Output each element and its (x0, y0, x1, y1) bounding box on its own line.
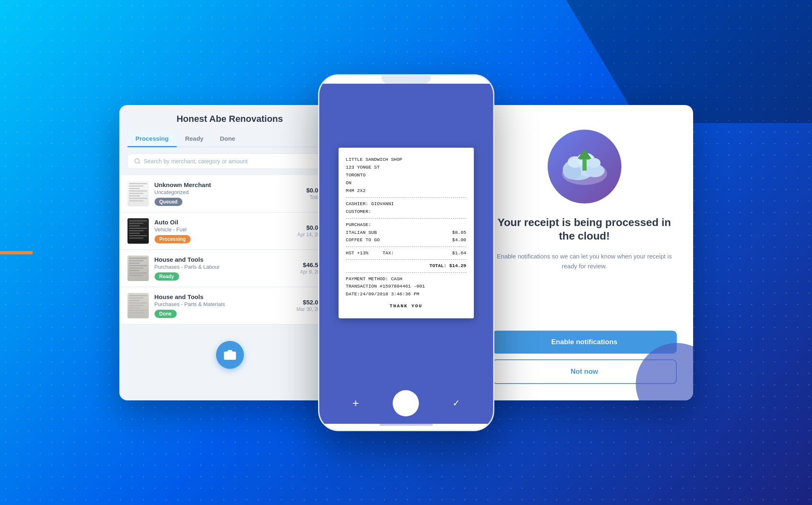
receipt-item-2: COFFEE TO GO $4.00 (346, 236, 466, 244)
status-badge: Queued (155, 198, 183, 206)
transaction-info: House and Tools Purchases - Parts & Labo… (155, 256, 294, 281)
notification-title: Your receipt is being processed in the c… (492, 216, 677, 244)
cloud-upload-icon (558, 144, 611, 189)
receipt-thumbnail (127, 256, 149, 281)
transaction-info: House and Tools Purchases - Parts & Mate… (155, 293, 291, 318)
receipt-tax: HST +13% TAX: $1.64 (346, 249, 466, 257)
svg-point-1 (135, 159, 139, 163)
plus-button[interactable]: + (352, 397, 359, 410)
tab-done[interactable]: Done (212, 131, 243, 147)
panels-container: Honest Abe Renovations Processing Ready … (119, 68, 693, 437)
phone-screen: LITTLE SANDWICH SHOP 123 YONGE ST TORONT… (319, 84, 493, 383)
home-indicator (380, 424, 433, 426)
item-price: $8.65 (452, 229, 466, 236)
tab-ready[interactable]: Ready (177, 131, 212, 147)
app-title: Honest Abe Renovations (139, 114, 321, 124)
shutter-button[interactable] (393, 390, 419, 416)
category: Purchases - Parts & Materials (155, 301, 291, 307)
camera-button[interactable] (216, 341, 244, 369)
status-badge: Processing (155, 235, 191, 243)
merchant-name: House and Tools (155, 293, 291, 300)
receipt-divider (346, 272, 466, 273)
receipt-purchase-header: PURCHASE: (346, 221, 466, 229)
tabs-container: Processing Ready Done (127, 131, 332, 147)
phone-frame: LITTLE SANDWICH SHOP 123 YONGE ST TORONT… (318, 74, 494, 431)
right-panel: Your receipt is being processed in the c… (476, 105, 693, 400)
receipt-thumbnail (127, 218, 149, 244)
receipt-item-1: ITALIAN SUB $8.65 (346, 229, 466, 236)
search-placeholder: Search by merchant, category or amount (144, 158, 248, 165)
receipt-thumbnail (127, 181, 149, 206)
phone-bottom-bar: + ✓ (319, 383, 493, 424)
table-row[interactable]: Unknown Merchant Uncategorized Queued $0… (119, 175, 341, 213)
item-name: ITALIAN SUB (346, 229, 377, 236)
notification-description: Enable notifications so we can let you k… (492, 251, 677, 314)
receipt-total: TOTAL: $14.29 (346, 262, 466, 270)
receipt-divider (346, 247, 466, 247)
total-label: TOTAL: $14.29 (430, 262, 466, 270)
phone-notch (382, 75, 431, 84)
main-scene: Honest Abe Renovations Processing Ready … (0, 0, 812, 505)
svg-point-2 (227, 353, 232, 358)
tax-label: HST +13% TAX: (346, 249, 394, 257)
receipt-divider (346, 259, 466, 260)
receipt-staff: CASHIER: GIOVANNI CUSTOMER: (346, 200, 466, 216)
receipt-thumbnail (127, 293, 149, 318)
category: Vehicle - Fuel (155, 226, 292, 233)
enable-notifications-button[interactable]: Enable notifications (492, 331, 677, 354)
receipt-thank-you: THANK YOU (346, 302, 466, 310)
tab-processing[interactable]: Processing (127, 131, 177, 147)
cloud-upload-icon-wrapper (548, 130, 621, 203)
table-row[interactable]: House and Tools Purchases - Parts & Labo… (119, 250, 341, 287)
receipt-store-name: LITTLE SANDWICH SHOP 123 YONGE ST TORONT… (346, 156, 466, 195)
item-price: $4.00 (452, 236, 466, 244)
receipt-divider (346, 218, 466, 219)
search-bar[interactable]: Search by merchant, category or amount (127, 153, 332, 169)
table-row[interactable]: House and Tools Purchases - Parts & Mate… (119, 287, 341, 324)
merchant-name: Auto Oil (155, 219, 292, 226)
category: Uncategorized (155, 189, 301, 195)
transaction-list: Unknown Merchant Uncategorized Queued $0… (119, 175, 341, 333)
camera-icon (223, 348, 237, 361)
receipt-divider (346, 197, 466, 198)
search-icon (134, 158, 141, 165)
receipt-payment: PAYMENT METHOD: CASH TRANSACTION #159780… (346, 275, 466, 299)
item-name: COFFEE TO GO (346, 236, 380, 244)
tax-amount: $1.64 (452, 249, 466, 257)
status-badge: Done (155, 310, 177, 318)
category: Purchases - Parts & Labour (155, 264, 294, 270)
camera-btn-area (119, 333, 341, 377)
transaction-info: Unknown Merchant Uncategorized Queued (155, 181, 301, 206)
transaction-info: Auto Oil Vehicle - Fuel Processing (155, 219, 292, 243)
left-panel: Honest Abe Renovations Processing Ready … (119, 105, 341, 400)
table-row[interactable]: Auto Oil Vehicle - Fuel Processing $0.0C… (119, 213, 341, 250)
left-panel-header: Honest Abe Renovations (119, 105, 341, 125)
check-button[interactable]: ✓ (453, 398, 460, 409)
status-badge: Ready (155, 272, 179, 281)
merchant-name: House and Tools (155, 256, 294, 263)
merchant-name: Unknown Merchant (155, 181, 301, 188)
receipt-paper: LITTLE SANDWICH SHOP 123 YONGE ST TORONT… (339, 148, 474, 318)
